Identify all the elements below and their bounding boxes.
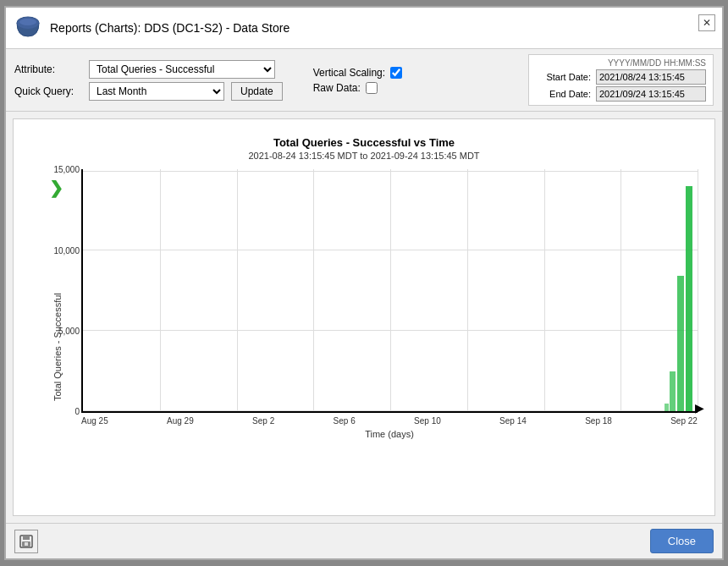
- title-bar: Reports (Charts): DDS (DC1-S2) - Data St…: [6, 8, 722, 49]
- start-date-input[interactable]: 2021/08/24 13:15:45: [596, 69, 706, 85]
- quick-query-label: Quick Query:: [14, 85, 82, 97]
- x-tick-aug25: Aug 25: [81, 416, 108, 426]
- chart-plot: 0 5,000 10,000 15,000: [81, 169, 698, 413]
- x-axis-title: Time (days): [81, 429, 698, 439]
- y-tick-5000: 5,000: [58, 326, 83, 335]
- bar-secondary: [677, 276, 684, 411]
- x-tick-sep10: Sep 10: [414, 416, 441, 426]
- x-tick-aug29: Aug 29: [167, 416, 194, 426]
- x-tick-sep2: Sep 2: [252, 416, 274, 426]
- bar-tiny: [665, 404, 669, 411]
- date-format-hint: YYYY/MM/DD HH:MM:SS: [536, 58, 706, 68]
- svg-rect-4: [23, 536, 30, 540]
- update-button[interactable]: Update: [231, 82, 283, 101]
- svg-point-2: [19, 19, 36, 25]
- date-section: YYYY/MM/DD HH:MM:SS Start Date: 2021/08/…: [528, 54, 714, 106]
- toolbar-left: Attribute: Total Queries - SuccessfulTot…: [14, 60, 283, 101]
- y-tick-15000: 15,000: [53, 165, 83, 174]
- end-date-row: End Date: 2021/09/24 13:15:45: [536, 86, 706, 102]
- chart-inner: ❯ Total Queries - Successful 0 5,000: [30, 169, 698, 489]
- attribute-row: Attribute: Total Queries - SuccessfulTot…: [14, 60, 283, 79]
- close-icon-btn[interactable]: ✕: [698, 14, 715, 31]
- x-tick-sep18: Sep 18: [585, 416, 612, 426]
- save-icon: [19, 535, 33, 548]
- start-date-row: Start Date: 2021/08/24 13:15:45: [536, 69, 706, 85]
- main-dialog: Reports (Charts): DDS (DC1-S2) - Data St…: [4, 6, 724, 560]
- svg-rect-6: [25, 542, 28, 546]
- chart-title: Total Queries - Successful vs Time: [30, 136, 698, 149]
- y-tick-10000: 10,000: [53, 245, 83, 255]
- chart-container: Total Queries - Successful vs Time 2021-…: [14, 119, 714, 515]
- save-button[interactable]: [14, 530, 38, 553]
- chart-area: Total Queries - Successful vs Time 2021-…: [13, 118, 715, 516]
- app-icon: [14, 14, 41, 41]
- bottom-bar: Close: [6, 523, 722, 558]
- x-tick-sep6: Sep 6: [334, 416, 356, 426]
- dialog-title: Reports (Charts): DDS (DC1-S2) - Data St…: [50, 21, 290, 35]
- close-bottom-button[interactable]: Close: [650, 529, 714, 553]
- quick-query-row: Quick Query: Last MonthLast WeekLast Day…: [14, 82, 283, 101]
- raw-data-label: Raw Data:: [313, 82, 361, 94]
- x-tick-sep22: Sep 22: [670, 416, 698, 426]
- attribute-select[interactable]: Total Queries - SuccessfulTotal Queries …: [89, 60, 275, 79]
- start-date-label: Start Date:: [536, 72, 591, 82]
- chart-subtitle: 2021-08-24 13:15:45 MDT to 2021-09-24 13…: [30, 151, 698, 161]
- toolbar: Attribute: Total Queries - SuccessfulTot…: [6, 49, 722, 112]
- end-date-label: End Date:: [536, 89, 591, 99]
- vertical-scaling-row: Vertical Scaling:: [313, 67, 402, 79]
- x-axis-ticks: Aug 25 Aug 29 Sep 2 Sep 6 Sep 10 Sep 14 …: [81, 413, 698, 447]
- raw-data-row: Raw Data:: [313, 82, 402, 94]
- toolbar-right: Vertical Scaling: Raw Data:: [313, 67, 402, 94]
- expand-chart-icon[interactable]: ❯: [49, 178, 63, 198]
- quick-query-select[interactable]: Last MonthLast WeekLast DayLast HourCust…: [89, 82, 224, 101]
- attribute-label: Attribute:: [14, 63, 82, 75]
- x-tick-sep14: Sep 14: [499, 416, 527, 426]
- vertical-scaling-label: Vertical Scaling:: [313, 67, 385, 79]
- bar-main: [686, 186, 692, 411]
- end-date-input[interactable]: 2021/09/24 13:15:45: [596, 86, 706, 102]
- bar-small: [670, 371, 676, 411]
- vertical-scaling-checkbox[interactable]: [390, 67, 402, 79]
- raw-data-checkbox[interactable]: [366, 82, 378, 94]
